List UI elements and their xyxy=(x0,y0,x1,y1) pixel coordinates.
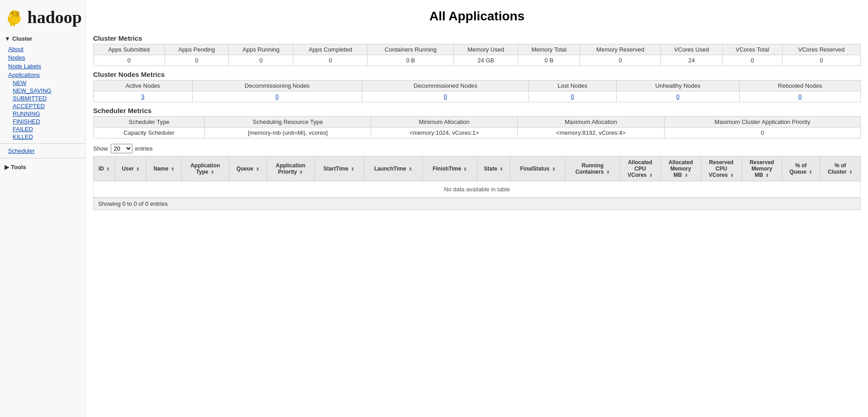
val-lost-nodes: 0 xyxy=(529,91,616,102)
sidebar-subitem-accepted[interactable]: ACCEPTED xyxy=(0,102,85,110)
sort-icon-state: ⇕ xyxy=(500,167,503,171)
active-nodes-link[interactable]: 3 xyxy=(141,93,144,100)
tools-section-header[interactable]: ▶ Tools xyxy=(0,161,85,173)
col-memory-total: Memory Total xyxy=(518,44,580,55)
col-apps-submitted: Apps Submitted xyxy=(94,44,165,55)
th-id[interactable]: ID ⇕ xyxy=(94,156,115,181)
val-maximum-cluster-priority: 0 xyxy=(664,128,860,138)
th-queue[interactable]: Queue ⇕ xyxy=(229,156,267,181)
show-label: Show xyxy=(93,145,108,152)
tools-arrow: ▶ xyxy=(5,164,9,171)
col-active-nodes: Active Nodes xyxy=(94,81,193,91)
th-application-type[interactable]: ApplicationType ⇕ xyxy=(182,156,229,181)
svg-point-3 xyxy=(12,13,13,14)
val-apps-pending: 0 xyxy=(165,55,229,66)
th-reserved-cpu-vcores[interactable]: ReservedCPUVCores ⇕ xyxy=(701,156,742,181)
val-scheduler-type: Capacity Scheduler xyxy=(94,128,205,138)
col-containers-running: Containers Running xyxy=(368,44,454,55)
rebooted-nodes-link[interactable]: 0 xyxy=(798,93,802,100)
sort-icon-user: ⇕ xyxy=(136,167,140,171)
val-vcores-used: 24 xyxy=(660,55,722,66)
val-rebooted-nodes: 0 xyxy=(740,91,861,102)
sidebar: hadoop ▼ Cluster About Nodes Node Labels… xyxy=(0,0,86,417)
val-apps-running: 0 xyxy=(229,55,293,66)
sidebar-item-about[interactable]: About xyxy=(0,45,85,53)
sidebar-subitem-failed[interactable]: FAILED xyxy=(0,125,85,133)
sort-icon-reserved-memory: ⇕ xyxy=(765,174,769,178)
col-scheduling-resource-type: Scheduling Resource Type xyxy=(205,117,371,128)
sort-icon-allocated-memory: ⇕ xyxy=(684,174,688,178)
th-user[interactable]: User ⇕ xyxy=(115,156,146,181)
val-vcores-reserved: 0 xyxy=(782,55,860,66)
sort-icon-final-status: ⇕ xyxy=(552,167,556,171)
sort-icon-name: ⇕ xyxy=(171,167,175,171)
hadoop-elephant-icon xyxy=(4,5,25,29)
svg-rect-6 xyxy=(13,22,15,26)
th-application-priority[interactable]: ApplicationPriority ⇕ xyxy=(267,156,314,181)
val-minimum-allocation: <memory:1024, vCores:1> xyxy=(371,128,517,138)
lost-nodes-link[interactable]: 0 xyxy=(571,93,574,100)
val-scheduling-resource-type: [memory-mb (unit=Mi), vcores] xyxy=(205,128,371,138)
sort-icon-start-time: ⇕ xyxy=(351,167,354,171)
col-memory-used: Memory Used xyxy=(454,44,518,55)
sidebar-item-nodes[interactable]: Nodes xyxy=(0,53,85,62)
sidebar-item-applications[interactable]: Applications xyxy=(0,71,85,79)
th-finish-time[interactable]: FinishTime ⇕ xyxy=(423,156,477,181)
col-apps-running: Apps Running xyxy=(229,44,293,55)
val-apps-submitted: 0 xyxy=(94,55,165,66)
col-minimum-allocation: Minimum Allocation xyxy=(371,117,517,128)
sidebar-item-node-labels[interactable]: Node Labels xyxy=(0,62,85,71)
scheduler-metrics-title: Scheduler Metrics xyxy=(93,107,861,114)
no-data-message: No data available in table xyxy=(94,181,861,198)
th-name[interactable]: Name ⇕ xyxy=(146,156,182,181)
decommissioning-nodes-link[interactable]: 0 xyxy=(275,93,278,100)
logo-text: hadoop xyxy=(28,7,82,27)
th-allocated-cpu-vcores[interactable]: AllocatedCPUVCores ⇕ xyxy=(620,156,661,181)
entries-label: entries xyxy=(135,145,153,152)
th-final-status[interactable]: FinalStatus ⇕ xyxy=(510,156,566,181)
sidebar-subitem-finished[interactable]: FINISHED xyxy=(0,118,85,125)
th-reserved-memory-mb[interactable]: ReservedMemoryMB ⇕ xyxy=(742,156,782,181)
th-running-containers[interactable]: RunningContainers ⇕ xyxy=(566,156,620,181)
th-pct-cluster[interactable]: % ofCluster ⇕ xyxy=(820,156,861,181)
cluster-metrics-title: Cluster Metrics xyxy=(93,34,861,42)
sidebar-subitem-submitted[interactable]: SUBMITTED xyxy=(0,95,85,102)
val-memory-reserved: 0 xyxy=(580,55,660,66)
sort-icon-pct-cluster: ⇕ xyxy=(849,171,853,175)
sidebar-subitem-killed[interactable]: KILLED xyxy=(0,133,85,141)
sidebar-subitem-running[interactable]: RUNNING xyxy=(0,110,85,118)
decommissioned-nodes-link[interactable]: 0 xyxy=(444,93,447,100)
val-decommissioning-nodes: 0 xyxy=(192,91,362,102)
svg-rect-5 xyxy=(10,22,12,26)
cluster-metrics-table: Apps Submitted Apps Pending Apps Running… xyxy=(93,44,861,66)
val-maximum-allocation: <memory:8192, vCores:4> xyxy=(518,128,664,138)
sidebar-subitem-new-saving[interactable]: NEW_SAVING xyxy=(0,87,85,95)
th-state[interactable]: State ⇕ xyxy=(477,156,510,181)
th-allocated-memory-mb[interactable]: AllocatedMemoryMB ⇕ xyxy=(660,156,701,181)
sort-icon-allocated-cpu: ⇕ xyxy=(649,174,653,178)
sidebar-subitem-new[interactable]: NEW xyxy=(0,79,85,87)
unhealthy-nodes-link[interactable]: 0 xyxy=(676,93,679,100)
scheduler-metrics-table: Scheduler Type Scheduling Resource Type … xyxy=(93,116,861,138)
sort-icon-reserved-cpu: ⇕ xyxy=(730,174,734,178)
svg-point-4 xyxy=(15,11,19,17)
col-maximum-allocation: Maximum Allocation xyxy=(518,117,664,128)
cluster-section-header[interactable]: ▼ Cluster xyxy=(0,33,85,45)
main-content: All Applications Cluster Metrics Apps Su… xyxy=(86,0,868,417)
val-memory-total: 0 B xyxy=(518,55,580,66)
tools-label: Tools xyxy=(11,164,26,171)
cluster-nodes-metrics-table: Active Nodes Decommissioning Nodes Decom… xyxy=(93,80,861,102)
th-launch-time[interactable]: LaunchTime ⇕ xyxy=(363,156,423,181)
col-apps-completed: Apps Completed xyxy=(293,44,368,55)
col-memory-reserved: Memory Reserved xyxy=(580,44,660,55)
sort-icon-running-containers: ⇕ xyxy=(606,171,610,175)
th-start-time[interactable]: StartTime ⇕ xyxy=(314,156,363,181)
col-maximum-cluster-priority: Maximum Cluster Application Priority xyxy=(664,117,860,128)
th-pct-queue[interactable]: % ofQueue ⇕ xyxy=(782,156,820,181)
col-vcores-reserved: VCores Reserved xyxy=(782,44,860,55)
sort-icon-launch-time: ⇕ xyxy=(409,167,412,171)
val-containers-running: 0 B xyxy=(368,55,454,66)
sidebar-item-scheduler[interactable]: Scheduler xyxy=(0,147,85,155)
entries-select[interactable]: 10 20 50 100 xyxy=(111,144,132,153)
val-decommissioned-nodes: 0 xyxy=(362,91,529,102)
